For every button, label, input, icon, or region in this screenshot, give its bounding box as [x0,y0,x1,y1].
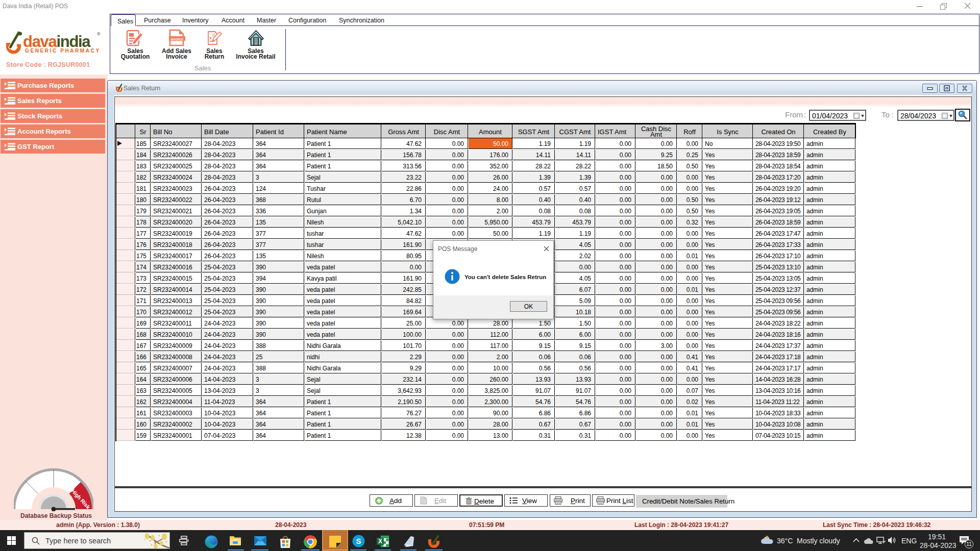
svg-text:®: ® [97,32,101,37]
svg-text:GENERIC PHARMACY: GENERIC PHARMACY [25,48,101,54]
svg-text:X: X [378,538,382,545]
svg-text:INVOICE: INVOICE [171,38,184,41]
svg-text:S: S [356,537,361,545]
